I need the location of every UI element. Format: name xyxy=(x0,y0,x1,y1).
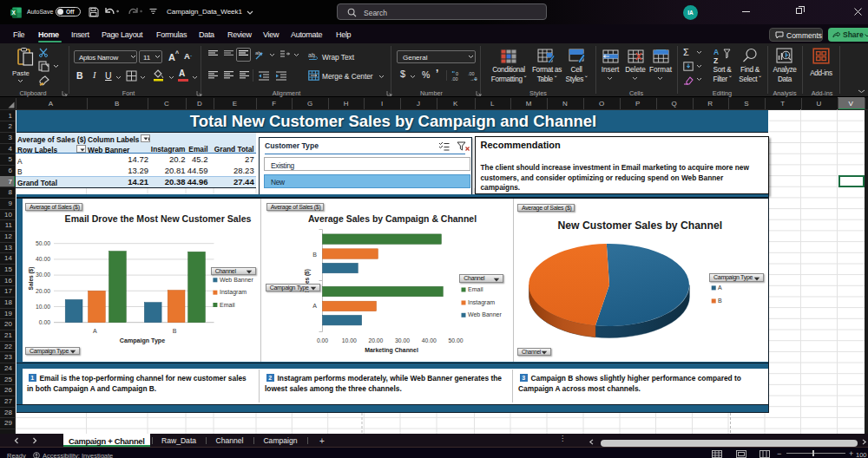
svg-text:A: A xyxy=(93,328,97,334)
svg-text:20.00: 20.00 xyxy=(368,337,383,343)
svg-text:0.00: 0.00 xyxy=(38,319,49,325)
svg-text:Email: Email xyxy=(468,286,483,292)
svg-text:30.00: 30.00 xyxy=(35,272,49,278)
svg-text:Sales ($): Sales ($) xyxy=(28,266,35,290)
svg-text:10.00: 10.00 xyxy=(35,303,49,309)
svg-text:Email: Email xyxy=(220,301,235,307)
svg-text:B: B xyxy=(172,328,176,334)
svg-text:B: B xyxy=(718,298,722,304)
svg-text:50.00: 50.00 xyxy=(448,337,463,343)
svg-text:20.00: 20.00 xyxy=(35,287,49,293)
svg-text:30.00: 30.00 xyxy=(395,337,410,343)
svg-text:Marketing Channel: Marketing Channel xyxy=(365,346,418,353)
svg-text:40.00: 40.00 xyxy=(35,256,49,262)
svg-text:A: A xyxy=(312,303,317,309)
svg-text:Web Banner: Web Banner xyxy=(220,276,253,282)
svg-text:Campaign Type: Campaign Type xyxy=(119,337,164,344)
svg-text:Instagram: Instagram xyxy=(220,289,247,296)
svg-text:B: B xyxy=(312,251,317,257)
svg-text:50.00: 50.00 xyxy=(35,240,49,246)
svg-text:Instagram: Instagram xyxy=(468,299,495,306)
svg-text:40.00: 40.00 xyxy=(422,337,437,343)
svg-text:A: A xyxy=(718,284,722,290)
svg-text:Web Banner: Web Banner xyxy=(468,311,502,317)
svg-text:10.00: 10.00 xyxy=(341,337,356,343)
svg-text:0.00: 0.00 xyxy=(317,337,328,343)
